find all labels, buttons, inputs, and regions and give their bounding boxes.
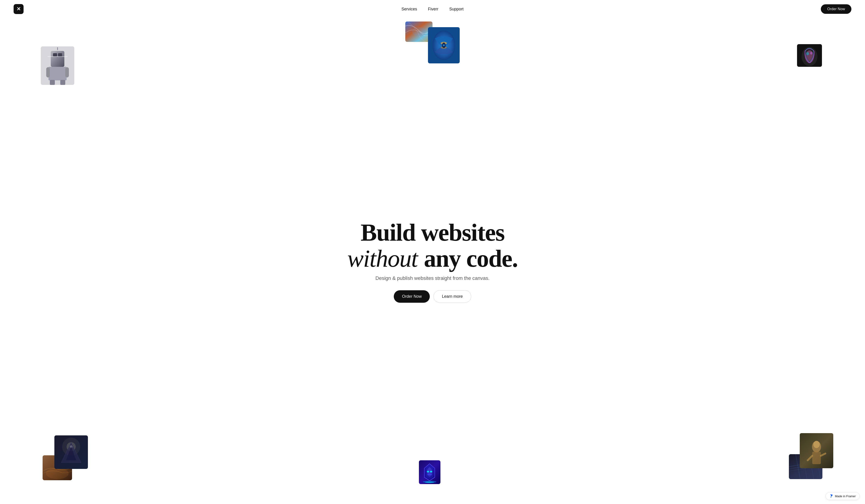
svg-rect-15: [60, 80, 65, 85]
svg-rect-14: [50, 80, 55, 85]
framer-icon: [829, 494, 833, 498]
logo[interactable]: ✕: [14, 4, 24, 14]
floating-image-left-robot: [41, 46, 74, 85]
hero-title-code: any code.: [424, 245, 518, 272]
hero-text-block: Build websites without any code. Design …: [347, 219, 518, 303]
svg-point-5: [443, 44, 445, 46]
svg-rect-7: [51, 51, 64, 67]
nav-links: Services Fiverr Support: [402, 7, 463, 12]
hero-title-italic: without: [347, 245, 417, 272]
framer-badge[interactable]: Made in Framer: [826, 492, 860, 500]
navbar: ✕ Services Fiverr Support Order Now: [0, 0, 865, 18]
svg-rect-8: [53, 53, 57, 56]
floating-image-bottom-center: [419, 460, 440, 484]
svg-point-19: [805, 50, 814, 63]
hero-order-now-button[interactable]: Order Now: [394, 290, 430, 303]
svg-point-34: [427, 471, 429, 472]
nav-link-support[interactable]: Support: [449, 7, 463, 12]
hero-subtitle: Design & publish websites straight from …: [347, 275, 518, 281]
svg-point-20: [806, 52, 809, 55]
svg-rect-10: [48, 67, 67, 80]
svg-point-35: [430, 471, 432, 472]
nav-order-now-button[interactable]: Order Now: [821, 4, 851, 14]
svg-point-1: [412, 27, 426, 36]
floating-image-right-head: [797, 44, 822, 67]
floating-image-top-center: [428, 27, 460, 63]
hero-buttons: Order Now Learn more: [347, 290, 518, 303]
svg-point-38: [425, 482, 434, 483]
hero-section: Build websites without any code. Design …: [0, 0, 865, 504]
framer-badge-label: Made in Framer: [835, 494, 856, 498]
floating-image-bottom-right-fg: [800, 433, 833, 468]
svg-rect-12: [65, 67, 69, 78]
svg-point-23: [46, 468, 69, 479]
svg-rect-9: [58, 53, 62, 56]
hero-learn-more-button[interactable]: Learn more: [434, 290, 471, 303]
nav-link-fiverr[interactable]: Fiverr: [428, 7, 438, 12]
nav-link-services[interactable]: Services: [402, 7, 417, 12]
floating-image-bottom-left-fg: [54, 435, 88, 469]
svg-rect-11: [46, 67, 50, 78]
svg-point-21: [810, 52, 812, 55]
svg-point-50: [814, 441, 820, 448]
svg-rect-49: [812, 452, 821, 464]
hero-title-line1: Build websites: [360, 219, 504, 246]
svg-rect-36: [427, 474, 432, 475]
hero-title: Build websites without any code.: [347, 219, 518, 271]
